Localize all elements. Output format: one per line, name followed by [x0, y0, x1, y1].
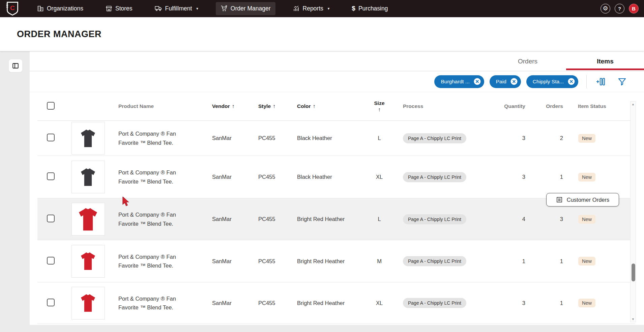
page-title: ORDER MANAGER [17, 29, 101, 39]
column-header-product-name[interactable]: Product Name [112, 103, 206, 109]
chevron-down-icon: ▾ [328, 6, 330, 11]
orders-cell: 3 [527, 216, 564, 222]
scrollbar-thumb[interactable] [632, 264, 635, 281]
product-image [71, 287, 105, 320]
nav-right: ⚙ ? B [601, 4, 639, 13]
size-cell: XL [366, 300, 393, 306]
nav-items: Organizations Stores Fulfillment ▾ [32, 2, 392, 15]
nav-order-manager-label: Order Manager [231, 5, 271, 12]
table-header-row: Product Name Vendor ↑ Style ↑ Color ↑ Si… [37, 92, 635, 121]
status-cell: New [564, 299, 631, 307]
process-chip: Page A - Chipply LC Print [403, 214, 466, 224]
color-cell: Black Heather [291, 135, 366, 141]
process-cell: Page A - Chipply LC Print [393, 172, 491, 182]
table-row[interactable]: Port & Company ® Fan Favorite ™ Blend Te… [37, 282, 635, 324]
filter-chip-label: Paid [496, 79, 506, 85]
size-cell: XL [366, 174, 393, 180]
quantity-cell: 3 [491, 300, 527, 306]
size-cell: L [366, 216, 393, 222]
nav-purchasing-label: Purchasing [358, 5, 388, 12]
table-row[interactable]: Port & Company ® Fan Favorite ™ Blend Te… [37, 156, 635, 198]
color-cell: Bright Red Heather [291, 300, 366, 306]
style-cell: PC455 [252, 216, 291, 222]
table-row[interactable]: Port & Company ® Fan Favorite ™ Blend Te… [37, 240, 635, 282]
row-checkbox[interactable] [47, 257, 55, 265]
select-all-checkbox[interactable] [47, 102, 55, 110]
sidebar-panel-icon [12, 62, 19, 70]
color-cell: Black Heather [291, 174, 366, 180]
quantity-cell: 3 [491, 174, 527, 180]
style-cell: PC455 [252, 258, 291, 265]
row-checkbox[interactable] [47, 134, 55, 141]
chip-remove-icon[interactable] [510, 78, 518, 85]
quantity-cell: 4 [491, 216, 527, 222]
chipply-logo[interactable]: C [5, 1, 20, 16]
tab-items[interactable]: Items [566, 51, 644, 71]
table-row[interactable]: Port & Company ® Fan Favorite ™ Blend Te… [37, 198, 635, 240]
column-header-vendor[interactable]: Vendor ↑ [206, 103, 252, 109]
nav-fulfillment[interactable]: Fulfillment ▾ [150, 2, 203, 15]
manage-columns-button[interactable] [595, 76, 606, 87]
product-name-cell: Port & Company ® Fan Favorite ™ Blend Te… [112, 168, 206, 186]
customer-orders-label: Customer Orders [567, 197, 610, 203]
filter-chip-chipply-status[interactable]: Chipply Sta... [526, 75, 578, 88]
column-header-size[interactable]: Size ↑ [366, 100, 393, 113]
filter-chip-burghardt[interactable]: Burghardt ... [434, 75, 484, 88]
nav-reports-label: Reports [303, 5, 323, 12]
vertical-scrollbar[interactable]: ▲ ▼ [630, 101, 636, 322]
row-checkbox[interactable] [47, 215, 55, 222]
scroll-down-icon[interactable]: ▼ [632, 317, 635, 321]
style-cell: PC455 [252, 300, 291, 306]
customer-orders-button[interactable]: Customer Orders [546, 193, 619, 206]
nav-stores[interactable]: Stores [101, 2, 137, 15]
user-avatar[interactable]: B [629, 4, 639, 13]
building-icon [37, 5, 44, 12]
chip-remove-icon[interactable] [568, 78, 575, 85]
nav-purchasing[interactable]: $ Purchasing [347, 2, 392, 15]
tab-orders[interactable]: Orders [489, 51, 566, 71]
nav-organizations-label: Organizations [47, 5, 83, 12]
add-column-icon [595, 77, 606, 87]
vendor-cell: SanMar [206, 300, 252, 306]
sort-ascending-icon: ↑ [232, 103, 235, 109]
column-header-process[interactable]: Process [393, 103, 491, 109]
column-header-style[interactable]: Style ↑ [252, 103, 291, 109]
help-button[interactable]: ? [615, 4, 624, 13]
chip-remove-icon[interactable] [474, 78, 481, 85]
filter-button[interactable] [616, 76, 628, 87]
product-name-cell: Port & Company ® Fan Favorite ™ Blend Te… [112, 129, 206, 147]
divider [586, 75, 587, 88]
column-header-quantity[interactable]: Quantity [491, 103, 527, 109]
process-cell: Page A - Chipply LC Print [393, 214, 491, 224]
nav-reports[interactable]: Reports ▾ [288, 2, 334, 15]
top-nav: C Organizations Stores [0, 0, 644, 17]
svg-text:C: C [10, 4, 15, 11]
status-badge: New [578, 134, 595, 143]
storefront-icon [106, 5, 112, 12]
process-chip: Page A - Chipply LC Print [403, 298, 466, 308]
column-header-item-status[interactable]: Item Status [564, 103, 631, 109]
filter-chip-paid[interactable]: Paid [490, 75, 521, 88]
content-panel: Orders Items Burghardt ... Paid Chipply … [30, 51, 644, 325]
column-header-orders[interactable]: Orders [527, 103, 564, 109]
scroll-up-icon[interactable]: ▲ [632, 102, 635, 106]
settings-button[interactable]: ⚙ [601, 4, 610, 13]
process-chip: Page A - Chipply LC Print [403, 133, 466, 143]
row-checkbox[interactable] [47, 299, 55, 306]
style-cell: PC455 [252, 135, 291, 141]
table-row[interactable]: Port & Company ® Fan Favorite ™ Blend Te… [37, 121, 635, 156]
sort-ascending-icon: ↑ [378, 107, 381, 113]
nav-organizations[interactable]: Organizations [32, 2, 88, 15]
nav-order-manager[interactable]: Order Manager [216, 2, 275, 15]
process-chip: Page A - Chipply LC Print [403, 172, 466, 182]
size-cell: L [366, 135, 393, 141]
filter-chip-label: Chipply Sta... [533, 79, 564, 85]
status-badge: New [578, 173, 595, 182]
sidebar-toggle-button[interactable] [9, 59, 22, 72]
status-cell: New [564, 173, 631, 182]
column-header-color[interactable]: Color ↑ [291, 103, 366, 109]
product-name-cell: Port & Company ® Fan Favorite ™ Blend Te… [112, 210, 206, 228]
product-name-cell: Port & Company ® Fan Favorite ™ Blend Te… [112, 294, 206, 312]
row-checkbox[interactable] [47, 172, 55, 180]
chevron-down-icon: ▾ [196, 6, 198, 11]
